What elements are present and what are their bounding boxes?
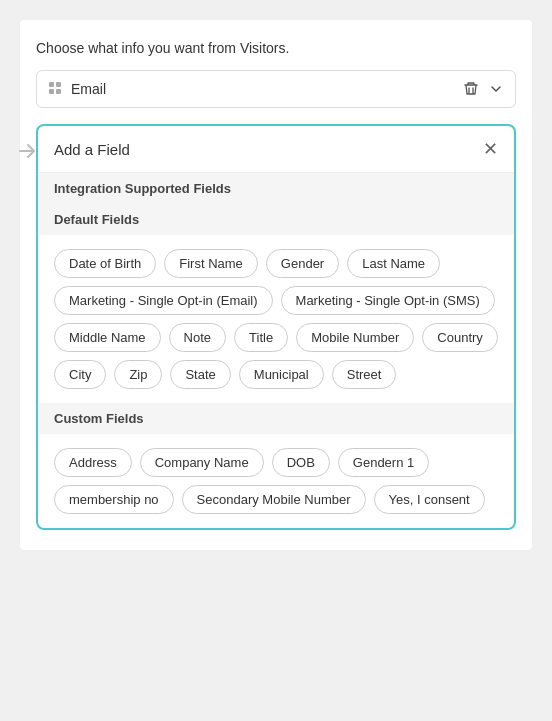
email-row: Email [36,70,516,108]
svg-rect-3 [56,89,61,94]
integration-label: Integration Supported Fields [38,173,514,204]
default-fields-label: Default Fields [38,204,514,235]
svg-rect-0 [49,82,54,87]
instruction-text: Choose what info you want from Visitors. [36,40,516,56]
custom-field-chip[interactable]: Gendern 1 [338,448,429,477]
default-field-chip[interactable]: Middle Name [54,323,161,352]
trash-icon [463,81,479,97]
arrow-indicator [16,140,38,167]
custom-field-chip[interactable]: Secondary Mobile Number [182,485,366,514]
custom-field-chip[interactable]: Address [54,448,132,477]
default-field-chip[interactable]: City [54,360,106,389]
close-panel-button[interactable]: ✕ [483,138,498,160]
delete-email-button[interactable] [463,81,479,97]
add-field-panel: Add a Field ✕ Integration Supported Fiel… [36,124,516,530]
default-field-chip[interactable]: Note [169,323,226,352]
default-field-chip[interactable]: Zip [114,360,162,389]
default-field-chip[interactable]: Title [234,323,288,352]
svg-rect-2 [49,89,54,94]
email-label: Email [71,81,106,97]
custom-field-chip[interactable]: DOB [272,448,330,477]
chevron-down-button[interactable] [489,82,503,96]
default-field-chip[interactable]: Marketing - Single Opt-in (SMS) [281,286,495,315]
panel-header: Add a Field ✕ [38,126,514,173]
default-field-chip[interactable]: Gender [266,249,339,278]
default-field-chip[interactable]: Last Name [347,249,440,278]
default-field-chip[interactable]: Country [422,323,498,352]
default-field-chip[interactable]: Marketing - Single Opt-in (Email) [54,286,273,315]
panel-title: Add a Field [54,141,130,158]
custom-fields-group: AddressCompany NameDOBGendern 1membershi… [38,434,514,528]
custom-field-chip[interactable]: Company Name [140,448,264,477]
custom-fields-label: Custom Fields [38,403,514,434]
chevron-down-icon [489,82,503,96]
default-field-chip[interactable]: Municipal [239,360,324,389]
email-left: Email [49,81,106,97]
svg-rect-1 [56,82,61,87]
main-container: Choose what info you want from Visitors.… [20,20,532,550]
default-fields-group: Date of BirthFirst NameGenderLast NameMa… [38,235,514,403]
custom-field-chip[interactable]: membership no [54,485,174,514]
custom-field-chip[interactable]: Yes, I consent [374,485,485,514]
grid-icon [49,82,63,96]
default-field-chip[interactable]: Date of Birth [54,249,156,278]
default-field-chip[interactable]: First Name [164,249,258,278]
default-field-chip[interactable]: State [170,360,230,389]
default-field-chip[interactable]: Mobile Number [296,323,414,352]
default-field-chip[interactable]: Street [332,360,397,389]
email-actions [463,81,503,97]
